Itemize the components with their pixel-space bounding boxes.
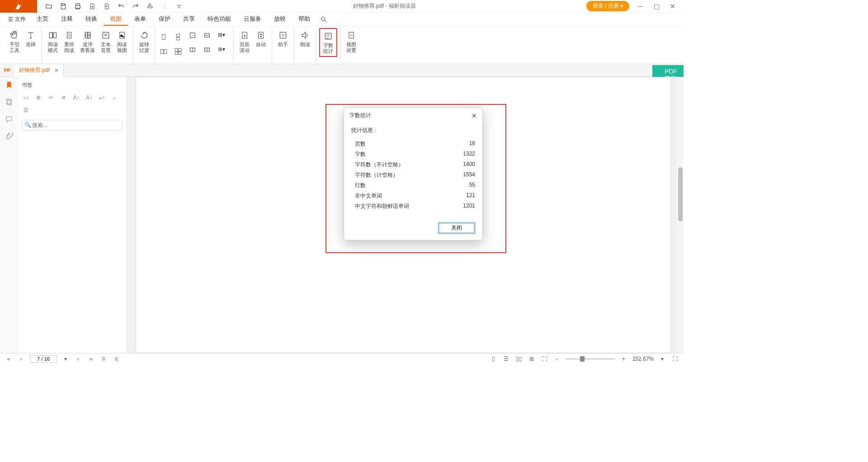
menu-9[interactable]: 放映	[268, 13, 292, 26]
stat-value: 1554	[463, 171, 475, 179]
bookmark-more-icon[interactable]: ☰	[22, 106, 30, 114]
stat-row: 字符数（不计空格）1400	[351, 160, 475, 170]
read-bg-button[interactable]: 阅读 视图	[114, 28, 130, 55]
page-number-input[interactable]	[30, 355, 57, 363]
import-icon[interactable]	[103, 3, 110, 10]
file-menu[interactable]: ☰ 文件	[5, 14, 29, 25]
actual-size-icon[interactable]	[189, 46, 202, 59]
auto-scroll-button[interactable]: 自动	[253, 28, 269, 49]
print-icon[interactable]	[74, 3, 81, 10]
facing-icon[interactable]	[158, 46, 169, 57]
export-icon[interactable]	[89, 3, 96, 10]
dialog-close-button[interactable]: 关闭	[438, 222, 475, 234]
last-page-icon[interactable]: »	[87, 356, 95, 362]
reverse-button[interactable]: 逆序 查看器	[77, 28, 98, 55]
open-icon[interactable]	[45, 3, 52, 10]
next-page-icon[interactable]: ›	[74, 356, 82, 362]
bookmark-toolbar: ▭ ⊕ ✄ ✕ A↑ A↓ ⮐ ⌕ ☰	[22, 91, 123, 117]
zoom-slider[interactable]	[566, 358, 615, 360]
select-button[interactable]: 选择	[23, 28, 39, 49]
helper-button[interactable]: 助手	[275, 28, 291, 49]
first-page-icon[interactable]: «	[5, 356, 13, 362]
page-dropdown-icon[interactable]: ▾	[61, 356, 70, 362]
document-tab[interactable]: 好物推荐.pdf ✕	[14, 64, 64, 77]
menu-1[interactable]: 注释	[55, 13, 79, 26]
bookmark-wrap-icon[interactable]: ⮐	[98, 94, 106, 102]
fullscreen-icon[interactable]: ⛶	[671, 356, 679, 362]
continuous-icon[interactable]	[173, 32, 184, 42]
menu-0[interactable]: 主页	[30, 13, 55, 26]
zoom-to-icon[interactable]	[203, 46, 216, 59]
pages-sidebar-icon[interactable]	[5, 98, 14, 107]
text-viewer-button[interactable]: 文本 背景	[98, 28, 114, 55]
login-button[interactable]: 登录 / 注册 ▾	[586, 1, 629, 11]
scrollbar-thumb[interactable]	[678, 167, 683, 222]
touch-mode-icon[interactable]	[146, 3, 154, 10]
bookmark-cut-icon[interactable]: ✄	[47, 94, 55, 102]
bookmark-font-up-icon[interactable]: A↑	[72, 94, 80, 102]
rotate-button[interactable]: 旋转 过渡	[136, 28, 152, 55]
status-single-page-icon[interactable]: ▯	[490, 356, 498, 362]
svg-rect-30	[6, 99, 10, 104]
bookmarks-sidebar-icon[interactable]	[5, 80, 14, 90]
app-logo	[0, 0, 37, 13]
startpage-tab[interactable]	[0, 64, 14, 77]
menu-8[interactable]: 云服务	[237, 13, 268, 26]
word-count-button[interactable]: AB12 字数 统计	[319, 28, 337, 57]
dialog-close-icon[interactable]: ✕	[472, 112, 477, 119]
fit-width-icon[interactable]	[203, 32, 216, 44]
vertical-scrollbar[interactable]	[676, 77, 684, 353]
bookmark-font-down-icon[interactable]: A↓	[85, 94, 93, 102]
page-transition-label: 页面 滚动	[240, 42, 250, 53]
undo-icon[interactable]	[118, 3, 125, 10]
svg-point-24	[350, 34, 353, 37]
bookmark-find-icon[interactable]: ⌕	[110, 94, 118, 102]
rearrange-button[interactable]: 重排 阅读	[61, 28, 77, 55]
zoom-dropdown-icon[interactable]: ▾	[658, 356, 666, 362]
page-display-grid	[158, 28, 185, 59]
view-settings-button[interactable]: 视图 设置	[343, 28, 359, 55]
stat-row: 中文字符和朝鲜语单词1201	[351, 201, 475, 212]
read-mode-button[interactable]: 阅读 模式	[45, 28, 61, 55]
menu-4[interactable]: 表单	[128, 13, 152, 26]
facing-continuous-icon[interactable]	[173, 46, 184, 57]
page-transition-button[interactable]: 页面 滚动	[236, 28, 253, 55]
read-aloud-button[interactable]: 朗读	[297, 28, 313, 49]
status-continuous-icon[interactable]: ☰	[502, 356, 510, 362]
redo-icon[interactable]	[132, 3, 139, 10]
zoom-out-icon[interactable]: −	[553, 356, 561, 362]
single-page-icon[interactable]	[158, 32, 169, 42]
save-icon[interactable]	[60, 3, 67, 10]
menu-5[interactable]: 保护	[152, 13, 177, 26]
fit-visible-icon[interactable]: ⊞▾	[218, 32, 231, 44]
close-window-button[interactable]: ✕	[667, 1, 678, 12]
menu-2[interactable]: 转换	[79, 13, 104, 26]
hand-tool-button[interactable]: 手型 工具	[6, 28, 23, 55]
status-facing-cont-icon[interactable]: ⊞	[528, 356, 536, 362]
status-fit-icon[interactable]: ⛶	[540, 356, 548, 362]
attachments-sidebar-icon[interactable]	[5, 132, 14, 141]
bookmark-search-input[interactable]	[22, 120, 123, 131]
qat-customize-icon[interactable]	[175, 3, 183, 10]
tab-close-icon[interactable]: ✕	[54, 67, 59, 74]
prev-page-icon[interactable]: ‹	[17, 356, 25, 362]
nav-forward-icon[interactable]: ⎗	[112, 356, 120, 362]
menu-3[interactable]: 视图	[104, 13, 128, 26]
status-facing-icon[interactable]: ▯▯	[515, 356, 523, 362]
fit-page-icon[interactable]	[189, 32, 202, 44]
menu-10[interactable]: 帮助	[292, 13, 316, 26]
bookmark-delete-icon[interactable]: ✕	[60, 94, 68, 102]
bookmark-expand-icon[interactable]: ▭	[22, 94, 30, 102]
nav-back-icon[interactable]: ⎘	[99, 356, 108, 362]
zoom-dropdown-icon[interactable]: ⊕▾	[218, 46, 231, 59]
zoom-slider-handle[interactable]	[580, 356, 585, 362]
menu-7[interactable]: 特色功能	[201, 13, 237, 26]
bookmark-add-icon[interactable]: ⊕	[34, 94, 42, 102]
minimize-button[interactable]: ─	[635, 1, 646, 12]
menu-6[interactable]: 共享	[177, 13, 201, 26]
qat-divider: |	[161, 3, 168, 10]
comments-sidebar-icon[interactable]	[5, 115, 14, 124]
maximize-button[interactable]: ▢	[651, 1, 662, 12]
search-icon[interactable]	[320, 16, 327, 23]
zoom-in-icon[interactable]: +	[620, 356, 628, 362]
